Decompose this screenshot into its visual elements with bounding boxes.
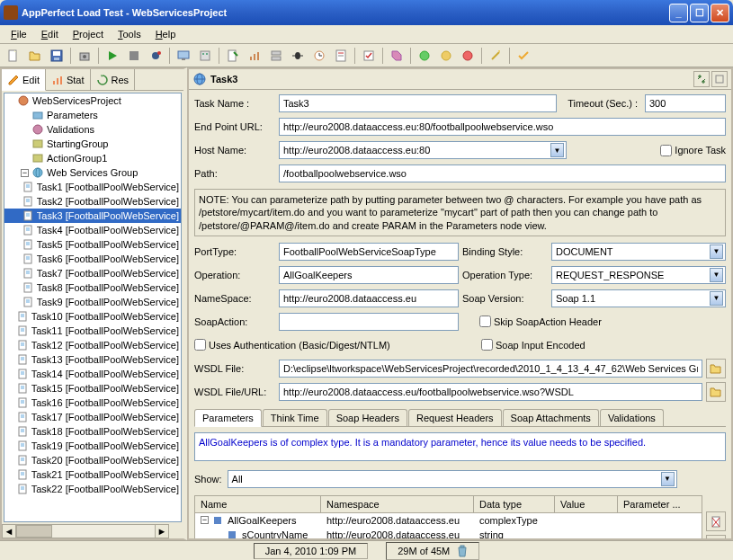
browse-wsdl-file-button[interactable] — [706, 359, 726, 378]
namespace-input[interactable] — [279, 289, 459, 307]
show-combo[interactable]: All ▼ — [228, 470, 677, 488]
bug-icon[interactable] — [288, 46, 308, 66]
tree-item[interactable]: Task2 [FootballPoolWebService] — [4, 194, 181, 209]
expand-icon[interactable] — [711, 71, 728, 87]
tree-item[interactable]: Task20 [FootballPoolWebService] — [4, 453, 181, 467]
tab-edit[interactable]: Edit — [2, 69, 46, 91]
status-green-icon[interactable] — [415, 46, 434, 66]
project-icon[interactable] — [195, 46, 215, 66]
tree-item[interactable]: Task19 [FootballPoolWebService] — [4, 439, 181, 453]
menu-project[interactable]: Project — [66, 27, 111, 41]
sub-tab-parameters[interactable]: Parameters — [194, 409, 262, 427]
chevron-down-icon[interactable]: ▼ — [710, 291, 723, 306]
chart-icon[interactable] — [245, 46, 264, 66]
soap-input-encoded-checkbox[interactable]: Soap Input Encoded — [481, 339, 586, 351]
tree-item[interactable]: Task13 [FootballPoolWebService] — [4, 352, 181, 367]
col-value[interactable]: Value — [555, 496, 618, 512]
sub-tab-validations[interactable]: Validations — [600, 409, 664, 426]
tree-item[interactable]: −Web Services Group — [4, 165, 181, 180]
tree-item[interactable]: Task4 [FootballPoolWebService] — [4, 223, 181, 237]
settings-icon[interactable] — [75, 46, 94, 66]
ignore-task-checkbox[interactable]: Ignore Task — [660, 145, 726, 156]
parameterize-button[interactable]: @ — [706, 535, 726, 540]
record-icon[interactable] — [146, 46, 165, 66]
tab-stat[interactable]: Stat — [46, 69, 91, 90]
tree-item[interactable]: Task18 [FootballPoolWebService] — [4, 424, 181, 439]
tree-toggle-icon[interactable]: − — [201, 516, 209, 524]
col-name[interactable]: Name — [195, 496, 321, 512]
tree-item[interactable]: Task12 [FootballPoolWebService] — [4, 338, 181, 352]
sub-tab-soap-attachments[interactable]: Soap Attachments — [503, 409, 599, 426]
endpoint-input[interactable] — [279, 118, 726, 136]
col-parameter[interactable]: Parameter ... — [618, 496, 702, 512]
tree-item[interactable]: Task5 [FootballPoolWebService] — [4, 237, 181, 252]
tab-res[interactable]: Res — [91, 69, 136, 90]
minimize-button[interactable]: _ — [669, 4, 688, 22]
chevron-down-icon[interactable]: ▼ — [550, 143, 564, 157]
project-tree[interactable]: WebServicesProjectParametersValidationsS… — [4, 93, 182, 522]
operation-type-combo[interactable]: REQUEST_RESPONSE ▼ — [551, 266, 726, 284]
param-row[interactable]: sCountryNamehttp://euro2008.dataaccess.e… — [195, 528, 702, 540]
check-icon[interactable] — [514, 46, 533, 66]
wsdl-file-input[interactable] — [279, 360, 702, 378]
chevron-down-icon[interactable]: ▼ — [661, 472, 675, 486]
status-yellow-icon[interactable] — [436, 46, 456, 66]
stop-icon[interactable] — [124, 46, 144, 66]
wsdl-url-input[interactable] — [279, 383, 702, 401]
new-icon[interactable] — [4, 46, 23, 66]
soapaction-input[interactable] — [279, 313, 459, 331]
col-namespace[interactable]: Namespace — [321, 496, 474, 512]
sub-tab-soap-headers[interactable]: Soap Headers — [328, 409, 407, 426]
parameter-table[interactable]: Name Namespace Data type Value Parameter… — [194, 495, 702, 540]
tree-item[interactable]: Task9 [FootballPoolWebService] — [4, 295, 181, 309]
param-row[interactable]: −AllGoalKeepershttp://euro2008.dataacces… — [195, 513, 702, 528]
trash-icon[interactable] — [457, 545, 468, 557]
uses-auth-checkbox[interactable]: Uses Authentication (Basic/Digest/NTLM) — [194, 339, 460, 351]
sub-tab-request-headers[interactable]: Request Headers — [408, 409, 502, 426]
path-input[interactable] — [279, 164, 726, 182]
report-icon[interactable] — [331, 46, 351, 66]
hostname-combo[interactable]: http://euro2008.dataaccess.eu:80 ▼ — [279, 141, 567, 159]
tree-item[interactable]: ActionGroup1 — [4, 151, 181, 165]
run-icon[interactable] — [103, 46, 122, 66]
h-scrollbar[interactable]: ◄ ► — [2, 524, 183, 538]
tree-item[interactable]: Task1 [FootballPoolWebService] — [4, 180, 181, 194]
validate-icon[interactable] — [359, 46, 379, 66]
delete-param-button[interactable] — [706, 511, 726, 531]
tree-item[interactable]: WebServicesProject — [4, 93, 181, 108]
server-icon[interactable] — [266, 46, 286, 66]
tree-item[interactable]: Task7 [FootballPoolWebService] — [4, 266, 181, 280]
tag-icon[interactable] — [387, 46, 407, 66]
maximize-button[interactable]: ☐ — [690, 4, 709, 22]
menu-help[interactable]: Help — [148, 27, 183, 41]
tree-item[interactable]: Task11 [FootballPoolWebService] — [4, 324, 181, 338]
col-datatype[interactable]: Data type — [474, 496, 555, 512]
tree-item[interactable]: Task14 [FootballPoolWebService] — [4, 367, 181, 381]
tree-item[interactable]: Validations — [4, 122, 181, 137]
wand-icon[interactable] — [486, 46, 505, 66]
tree-item[interactable]: Task21 [FootballPoolWebService] — [4, 467, 181, 482]
open-icon[interactable] — [25, 46, 45, 66]
collapse-icon[interactable] — [693, 71, 710, 87]
tree-item[interactable]: Parameters — [4, 108, 181, 122]
save-icon[interactable] — [47, 46, 67, 66]
chevron-down-icon[interactable]: ▼ — [710, 268, 723, 282]
tree-item[interactable]: Task10 [FootballPoolWebService] — [4, 309, 181, 324]
tree-item[interactable]: StartingGroup — [4, 137, 181, 151]
skip-soapaction-checkbox[interactable]: Skip SoapAction Header — [479, 316, 602, 327]
edit-file-icon[interactable] — [223, 46, 243, 66]
chevron-down-icon[interactable]: ▼ — [710, 244, 723, 259]
task-name-input[interactable] — [279, 94, 557, 112]
timeout-input[interactable] — [645, 94, 726, 112]
menu-edit[interactable]: Edit — [34, 27, 66, 41]
tree-item[interactable]: Task6 [FootballPoolWebService] — [4, 252, 181, 266]
status-red-icon[interactable] — [458, 46, 478, 66]
operation-input[interactable] — [279, 266, 459, 284]
porttype-input[interactable] — [279, 243, 459, 261]
tree-item[interactable]: Task16 [FootballPoolWebService] — [4, 396, 181, 410]
tree-item[interactable]: Task3 [FootballPoolWebService] — [4, 209, 181, 223]
binding-style-combo[interactable]: DOCUMENT ▼ — [551, 243, 726, 261]
soap-version-combo[interactable]: Soap 1.1 ▼ — [551, 289, 726, 307]
menu-tools[interactable]: Tools — [111, 27, 148, 41]
browse-wsdl-url-button[interactable] — [706, 382, 726, 402]
